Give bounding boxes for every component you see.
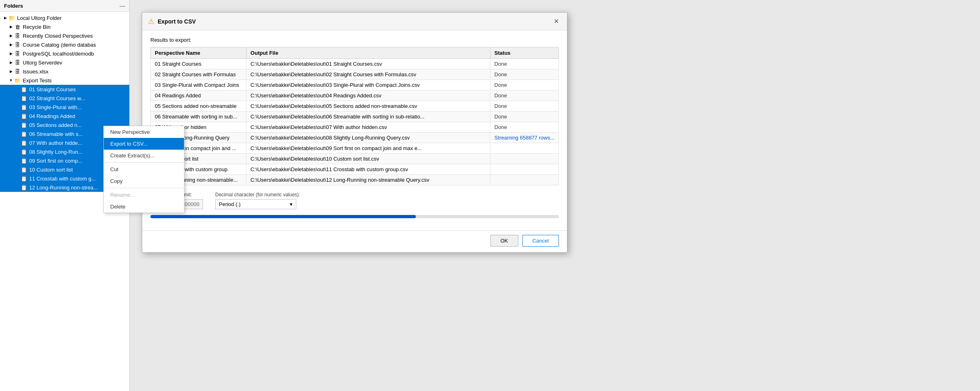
minimize-button[interactable]: — <box>120 2 125 9</box>
tree-item-label: 05 Sections added n... <box>29 122 81 128</box>
cancel-button[interactable]: Cancel <box>522 235 559 247</box>
table-row: 06 Streamable with sorting in sub...C:\U… <box>151 112 559 122</box>
tree-item-label: Course Catalog (demo databas <box>23 42 96 48</box>
chevron-icon <box>15 122 20 128</box>
table-row: 01 Straight CoursesC:\Users\ebakke\Delet… <box>151 59 559 69</box>
tree-item-label: Recently Closed Perspectives <box>23 33 93 39</box>
decimal-label: Decimal character (for numeric values): <box>215 192 300 198</box>
cell-perspective: 05 Sections added non-streamable <box>151 101 246 112</box>
folder-icon: 📋 <box>20 157 28 164</box>
tree-item-label: 12 Long-Running non-strea... <box>29 185 98 191</box>
chevron-icon <box>15 131 20 137</box>
context-menu: New PerspectiveExport to CSV...Create Ex… <box>103 126 184 213</box>
chevron-icon <box>15 176 20 181</box>
cell-output: C:\Users\ebakke\Deletables\out\03 Single… <box>246 80 490 90</box>
tree-item-issues-xlsx[interactable]: ▶🗄Issues.xlsx <box>0 67 129 76</box>
decimal-group: Decimal character (for numeric values): … <box>215 192 300 209</box>
ok-button[interactable]: OK <box>490 235 518 247</box>
chevron-icon <box>15 167 20 172</box>
tree-item-label: Local Ultorg Folder <box>17 15 62 21</box>
tree-item-item-01[interactable]: 📋01 Straight Courses <box>0 85 129 94</box>
chevron-icon: ▶ <box>8 24 14 30</box>
col-header-output: Output File <box>246 47 490 59</box>
progress-fill <box>150 215 416 218</box>
tree-item-recently-closed[interactable]: ▶🗄Recently Closed Perspectives <box>0 31 129 40</box>
tree-item-label: 01 Straight Courses <box>29 86 76 92</box>
menu-item-cut[interactable]: Cut <box>104 163 184 175</box>
col-header-perspective: Perspective Name <box>151 47 246 59</box>
menu-separator <box>104 162 184 163</box>
folder-icon: 🗄 <box>14 50 21 57</box>
folder-icon: 📋 <box>20 121 28 129</box>
table-row: 02 Straight Courses with FormulasC:\User… <box>151 69 559 80</box>
folder-icon: 🗑 <box>14 23 21 30</box>
table-row: 11 Crosstab with custom groupC:\Users\eb… <box>151 164 559 175</box>
tree-item-local-folder[interactable]: ▶📁Local Ultorg Folder <box>0 13 129 22</box>
menu-separator <box>104 188 184 188</box>
cell-output: C:\Users\ebakke\Deletables\out\01 Straig… <box>246 59 490 69</box>
folder-icon: 📋 <box>20 103 28 111</box>
tree-item-item-03[interactable]: 📋03 Single-Plural with... <box>0 103 129 112</box>
tree-item-label: PostgreSQL localhost/demodb <box>23 51 94 57</box>
folder-icon: 📋 <box>20 112 28 120</box>
cell-status <box>490 164 558 175</box>
tree-item-label: 06 Streamable with s... <box>29 131 83 137</box>
chevron-icon: ▶ <box>8 42 14 47</box>
cell-status: Done <box>490 122 558 133</box>
folders-title: Folders <box>4 3 23 9</box>
tree-item-postgresql[interactable]: ▶🗄PostgreSQL localhost/demodb <box>0 49 129 58</box>
tree-item-ultorg-server[interactable]: ▶🗄Ultorg Serverdev <box>0 58 129 67</box>
folder-icon: 📋 <box>20 148 28 155</box>
menu-item-create-extracts[interactable]: Create Extract(s)... <box>104 150 184 161</box>
cell-status: Done <box>490 80 558 90</box>
cell-status: Done <box>490 90 558 101</box>
folder-icon: 📋 <box>20 86 28 93</box>
tree-item-label: Recycle Bin <box>23 24 51 30</box>
folder-icon: 📋 <box>20 139 28 146</box>
tree-item-label: Export Tests <box>23 77 51 84</box>
table-row: 10 Custom sort listC:\Users\ebakke\Delet… <box>151 154 559 164</box>
dialog-titlebar: ⚠ Export to CSV ✕ <box>142 13 567 30</box>
menu-item-export-csv[interactable]: Export to CSV... <box>104 138 184 150</box>
export-dialog: ⚠ Export to CSV ✕ Results to export: Per… <box>142 12 567 253</box>
chevron-icon: ▶ <box>8 60 14 65</box>
chevron-icon: ▶ <box>8 33 14 39</box>
cell-output: C:\Users\ebakke\Deletables\out\11 Crosst… <box>246 164 490 175</box>
cell-output: C:\Users\ebakke\Deletables\out\04 Readin… <box>246 90 490 101</box>
progress-area <box>150 215 559 218</box>
cell-perspective: 01 Straight Courses <box>151 59 246 69</box>
table-body: 01 Straight CoursesC:\Users\ebakke\Delet… <box>151 59 559 185</box>
folder-icon: 📋 <box>20 175 28 182</box>
menu-item-new-perspective[interactable]: New Perspective <box>104 126 184 138</box>
decimal-select[interactable]: Period (.) ▾ <box>215 199 296 209</box>
cell-output: C:\Users\ebakke\Deletables\out\02 Straig… <box>246 69 490 80</box>
tree-item-recycle-bin[interactable]: ▶🗑Recycle Bin <box>0 22 129 31</box>
menu-item-copy[interactable]: Copy <box>104 175 184 187</box>
tree-item-label: 08 Slightly Long-Run... <box>29 149 83 155</box>
tree-item-export-tests[interactable]: ▼📁Export Tests <box>0 76 129 85</box>
main-area: ⚠ Export to CSV ✕ Results to export: Per… <box>130 0 980 391</box>
tree-item-label: 02 Straight Courses w... <box>29 95 85 101</box>
cell-perspective: 04 Readings Added <box>151 90 246 101</box>
menu-item-delete[interactable]: Delete <box>104 201 184 213</box>
folder-icon: 📁 <box>8 14 15 21</box>
chevron-icon <box>15 185 20 190</box>
export-table: Perspective Name Output File Status 01 S… <box>150 47 559 185</box>
cell-status: Done <box>490 69 558 80</box>
tree-item-item-04[interactable]: 📋04 Readings Added <box>0 112 129 120</box>
cell-status <box>490 175 558 185</box>
bottom-options: Maximum row limit: Decimal character (fo… <box>150 192 559 209</box>
warning-icon: ⚠ <box>148 17 154 26</box>
cell-output: C:\Users\ebakke\Deletables\out\06 Stream… <box>246 112 490 122</box>
folder-icon: 🗄 <box>14 41 21 48</box>
folder-icon: 🗄 <box>14 68 21 75</box>
cell-output: C:\Users\ebakke\Deletables\out\09 Sort f… <box>246 143 490 154</box>
tree-item-course-catalog[interactable]: ▶🗄Course Catalog (demo databas <box>0 40 129 49</box>
cell-output: C:\Users\ebakke\Deletables\out\05 Sectio… <box>246 101 490 112</box>
cell-output: C:\Users\ebakke\Deletables\out\08 Slight… <box>246 133 490 143</box>
dialog-close-button[interactable]: ✕ <box>551 17 561 26</box>
tree-item-label: 04 Readings Added <box>29 113 75 119</box>
chevron-icon: ▶ <box>8 51 14 56</box>
cell-status: Done <box>490 59 558 69</box>
tree-item-item-02[interactable]: 📋02 Straight Courses w... <box>0 94 129 103</box>
